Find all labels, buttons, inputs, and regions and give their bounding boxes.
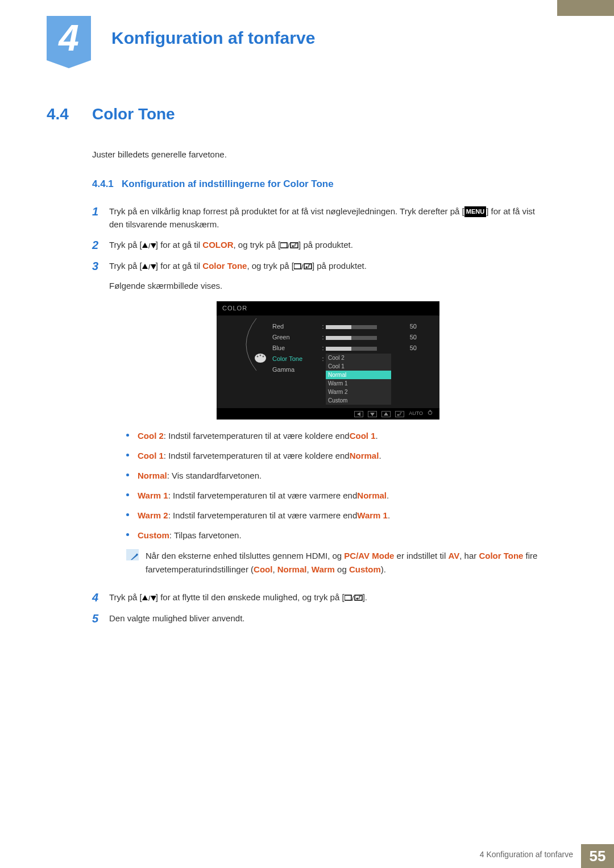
svg-rect-3 [280, 243, 287, 248]
svg-marker-21 [397, 414, 399, 416]
section-heading: 4.4 Color Tone [47, 105, 558, 123]
select-enter-icon: / [294, 260, 312, 273]
subsection-title: Konfiguration af indstillingerne for Col… [122, 178, 334, 189]
osd-nav-left-icon [354, 411, 363, 417]
page-footer: 4 Konfiguration af tonfarve 55 [0, 844, 614, 868]
chapter-title: Konfiguration af tonfarve [111, 28, 315, 48]
svg-point-15 [257, 356, 259, 358]
svg-text:/: / [148, 242, 151, 249]
option-descriptions: Cool 2: Indstil farvetemperaturen til at… [126, 430, 547, 541]
svg-text:/: / [288, 242, 290, 249]
svg-marker-13 [305, 266, 307, 268]
osd-row-colortone: Color Tone [272, 354, 320, 364]
osd-slider-red [326, 325, 377, 329]
step-2: 2 Tryk på [/] for at gå til COLOR, og tr… [92, 238, 547, 252]
step-4: 4 Tryk på [/] for at flytte til den ønsk… [92, 591, 547, 605]
svg-marker-31 [356, 597, 358, 600]
svg-point-17 [263, 356, 264, 358]
bullet-normal: Normal: Vis standardfarvetonen. [126, 470, 547, 481]
chapter-number: 4 [47, 16, 91, 60]
svg-text:/: / [352, 595, 354, 601]
menu-button-icon: MENU [464, 206, 486, 217]
top-corner-stripe [557, 0, 614, 16]
bullet-warm2: Warm 2: Indstil farvetemperaturen til at… [126, 509, 547, 521]
step-3: 3 Tryk på [/] for at gå til Color Tone, … [92, 259, 547, 584]
select-enter-icon: / [280, 239, 298, 252]
chapter-header: 4 Konfiguration af tonfarve [47, 16, 315, 60]
section-title: Color Tone [92, 105, 175, 123]
step-5: 5 Den valgte mulighed bliver anvendt. [92, 612, 547, 625]
svg-marker-25 [142, 595, 148, 600]
osd-option-list: Cool 2 Cool 1 Normal Warm 1 Warm 2 Custo… [326, 354, 391, 405]
svg-rect-28 [345, 595, 351, 600]
svg-marker-18 [357, 412, 360, 416]
steps-list: 1 Tryk på en vilkårlig knap forrest på p… [92, 205, 547, 625]
info-note: Når den eksterne enhed tilsluttes gennem… [126, 549, 547, 576]
osd-auto-label: AUTO [409, 410, 423, 418]
subsection-heading: 4.4.1 Konfiguration af indstillingerne f… [92, 178, 547, 190]
step-1: 1 Tryk på en vilkårlig knap forrest på p… [92, 205, 547, 231]
svg-point-16 [260, 355, 262, 356]
osd-slider-blue [326, 347, 377, 351]
up-down-icon: / [142, 592, 156, 605]
osd-nav-enter-icon [395, 411, 404, 417]
svg-marker-27 [151, 596, 156, 601]
svg-marker-0 [142, 243, 148, 248]
select-enter-icon: / [345, 592, 363, 605]
section-number: 4.4 [47, 105, 92, 123]
svg-text:/: / [148, 263, 151, 270]
intro-text: Juster billedets generelle farvetone. [92, 149, 547, 159]
bullet-warm1: Warm 1: Indstil farvetemperaturen til at… [126, 489, 547, 501]
step-3-subnote: Følgende skærmbillede vises. [109, 279, 547, 292]
svg-marker-9 [151, 264, 156, 269]
svg-rect-5 [291, 243, 298, 248]
page-content: 4.4 Color Tone Juster billedets generell… [47, 105, 558, 632]
bullet-cool1: Cool 1: Indstil farvetemperaturen til at… [126, 450, 547, 462]
svg-rect-12 [304, 264, 312, 269]
osd-option-selected: Normal [326, 371, 391, 379]
osd-row-blue: Blue [272, 343, 320, 354]
info-note-icon [126, 549, 139, 560]
osd-footer: AUTO [217, 408, 439, 420]
svg-text:/: / [148, 595, 151, 601]
bullet-custom: Custom: Tilpas farvetonen. [126, 529, 547, 541]
svg-marker-20 [384, 412, 388, 416]
svg-rect-10 [294, 264, 301, 269]
osd-row-gamma: Gamma [272, 364, 320, 375]
osd-header: COLOR [217, 301, 439, 315]
svg-marker-19 [370, 413, 375, 416]
svg-text:/: / [301, 263, 304, 270]
palette-icon [254, 353, 267, 363]
svg-marker-7 [142, 264, 148, 269]
chapter-number-box: 4 [47, 16, 91, 60]
subsection-number: 4.4.1 [92, 178, 114, 189]
osd-row-green: Green [272, 332, 320, 343]
footer-chapter-label: 4 Konfiguration af tonfarve [480, 844, 581, 868]
svg-marker-6 [292, 245, 293, 247]
osd-screenshot: COLOR Red Green Blue [217, 301, 439, 420]
osd-power-icon [428, 410, 433, 418]
svg-marker-2 [151, 243, 156, 248]
osd-nav-up-icon [381, 411, 391, 417]
osd-row-red: Red [272, 321, 320, 332]
up-down-icon: / [142, 239, 156, 252]
osd-nav-down-icon [368, 411, 377, 417]
up-down-icon: / [142, 260, 156, 273]
bullet-cool2: Cool 2: Indstil farvetemperaturen til at… [126, 430, 547, 442]
osd-slider-green [326, 336, 377, 340]
footer-page-number: 55 [581, 844, 614, 868]
svg-rect-30 [355, 595, 362, 600]
